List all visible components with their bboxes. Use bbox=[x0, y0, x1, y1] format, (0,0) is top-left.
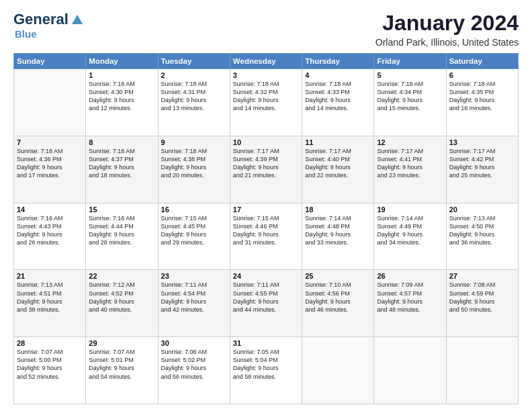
logo: General Blue bbox=[13, 11, 83, 40]
day-info: Sunrise: 7:18 AM Sunset: 4:38 PM Dayligh… bbox=[161, 147, 227, 180]
calendar-cell: 2Sunrise: 7:18 AM Sunset: 4:31 PM Daylig… bbox=[158, 69, 230, 136]
day-number: 11 bbox=[305, 138, 371, 146]
day-info: Sunrise: 7:18 AM Sunset: 4:34 PM Dayligh… bbox=[377, 80, 443, 113]
day-info: Sunrise: 7:17 AM Sunset: 4:42 PM Dayligh… bbox=[449, 147, 515, 180]
calendar-cell: 26Sunrise: 7:09 AM Sunset: 4:57 PM Dayli… bbox=[374, 270, 446, 337]
day-number: 1 bbox=[89, 71, 154, 79]
calendar-cell: 14Sunrise: 7:16 AM Sunset: 4:43 PM Dayli… bbox=[14, 203, 86, 270]
day-number: 14 bbox=[17, 205, 83, 214]
calendar-cell: 19Sunrise: 7:14 AM Sunset: 4:49 PM Dayli… bbox=[374, 203, 446, 270]
day-info: Sunrise: 7:18 AM Sunset: 4:36 PM Dayligh… bbox=[17, 147, 83, 180]
day-info: Sunrise: 7:09 AM Sunset: 4:57 PM Dayligh… bbox=[377, 281, 443, 314]
calendar-cell: 9Sunrise: 7:18 AM Sunset: 4:38 PM Daylig… bbox=[158, 136, 230, 203]
day-info: Sunrise: 7:17 AM Sunset: 4:40 PM Dayligh… bbox=[305, 147, 371, 180]
day-info: Sunrise: 7:15 AM Sunset: 4:46 PM Dayligh… bbox=[233, 214, 299, 247]
day-number: 3 bbox=[233, 71, 299, 79]
day-info: Sunrise: 7:13 AM Sunset: 4:51 PM Dayligh… bbox=[17, 281, 83, 314]
day-number: 5 bbox=[377, 71, 443, 79]
day-info: Sunrise: 7:10 AM Sunset: 4:56 PM Dayligh… bbox=[305, 281, 371, 314]
day-info: Sunrise: 7:05 AM Sunset: 5:04 PM Dayligh… bbox=[233, 348, 299, 381]
day-number: 19 bbox=[377, 205, 443, 214]
calendar-cell: 4Sunrise: 7:18 AM Sunset: 4:33 PM Daylig… bbox=[302, 69, 374, 136]
day-info: Sunrise: 7:17 AM Sunset: 4:41 PM Dayligh… bbox=[377, 147, 443, 180]
day-number: 25 bbox=[305, 272, 371, 280]
day-header-wednesday: Wednesday bbox=[230, 54, 302, 69]
calendar-cell: 16Sunrise: 7:15 AM Sunset: 4:45 PM Dayli… bbox=[158, 203, 230, 270]
day-number: 10 bbox=[233, 138, 299, 146]
calendar-cell: 3Sunrise: 7:18 AM Sunset: 4:32 PM Daylig… bbox=[230, 69, 302, 136]
day-info: Sunrise: 7:11 AM Sunset: 4:55 PM Dayligh… bbox=[233, 281, 299, 314]
calendar-cell: 25Sunrise: 7:10 AM Sunset: 4:56 PM Dayli… bbox=[302, 270, 374, 337]
day-number: 17 bbox=[233, 205, 299, 214]
day-info: Sunrise: 7:18 AM Sunset: 4:31 PM Dayligh… bbox=[161, 80, 227, 113]
day-header-friday: Friday bbox=[374, 54, 446, 69]
day-number: 23 bbox=[161, 272, 227, 280]
day-info: Sunrise: 7:15 AM Sunset: 4:45 PM Dayligh… bbox=[161, 214, 227, 247]
calendar-cell: 8Sunrise: 7:18 AM Sunset: 4:37 PM Daylig… bbox=[86, 136, 158, 203]
calendar-cell: 28Sunrise: 7:07 AM Sunset: 5:00 PM Dayli… bbox=[14, 337, 86, 404]
day-number: 8 bbox=[89, 138, 154, 146]
logo-wrapper: General bbox=[13, 11, 83, 28]
day-header-tuesday: Tuesday bbox=[158, 54, 230, 69]
day-header-sunday: Sunday bbox=[14, 54, 86, 69]
week-row-5: 28Sunrise: 7:07 AM Sunset: 5:00 PM Dayli… bbox=[14, 337, 519, 404]
day-number: 2 bbox=[161, 71, 227, 79]
calendar-table: SundayMondayTuesdayWednesdayThursdayFrid… bbox=[13, 53, 519, 404]
calendar-header: SundayMondayTuesdayWednesdayThursdayFrid… bbox=[14, 54, 519, 69]
calendar-cell: 6Sunrise: 7:18 AM Sunset: 4:35 PM Daylig… bbox=[446, 69, 518, 136]
day-number: 31 bbox=[233, 339, 299, 347]
page: General Blue January 2024 Orland Park, I… bbox=[0, 0, 532, 411]
week-row-1: 1Sunrise: 7:18 AM Sunset: 4:30 PM Daylig… bbox=[14, 69, 519, 136]
calendar-body: 1Sunrise: 7:18 AM Sunset: 4:30 PM Daylig… bbox=[14, 69, 519, 404]
calendar-cell: 30Sunrise: 7:06 AM Sunset: 5:02 PM Dayli… bbox=[158, 337, 230, 404]
day-header-row: SundayMondayTuesdayWednesdayThursdayFrid… bbox=[14, 54, 519, 69]
day-header-saturday: Saturday bbox=[446, 54, 518, 69]
day-info: Sunrise: 7:18 AM Sunset: 4:35 PM Dayligh… bbox=[449, 80, 515, 113]
day-number: 18 bbox=[305, 205, 371, 214]
calendar-cell: 12Sunrise: 7:17 AM Sunset: 4:41 PM Dayli… bbox=[374, 136, 446, 203]
calendar-cell: 18Sunrise: 7:14 AM Sunset: 4:48 PM Dayli… bbox=[302, 203, 374, 270]
day-info: Sunrise: 7:18 AM Sunset: 4:37 PM Dayligh… bbox=[89, 147, 154, 180]
day-number: 16 bbox=[161, 205, 227, 214]
calendar-cell: 7Sunrise: 7:18 AM Sunset: 4:36 PM Daylig… bbox=[14, 136, 86, 203]
logo-blue-text: Blue bbox=[15, 28, 37, 40]
day-info: Sunrise: 7:08 AM Sunset: 4:59 PM Dayligh… bbox=[449, 281, 515, 314]
calendar-cell: 20Sunrise: 7:13 AM Sunset: 4:50 PM Dayli… bbox=[446, 203, 518, 270]
day-info: Sunrise: 7:07 AM Sunset: 5:01 PM Dayligh… bbox=[89, 348, 154, 381]
calendar-cell bbox=[302, 337, 374, 404]
calendar-cell: 29Sunrise: 7:07 AM Sunset: 5:01 PM Dayli… bbox=[86, 337, 158, 404]
day-info: Sunrise: 7:18 AM Sunset: 4:30 PM Dayligh… bbox=[89, 80, 154, 113]
calendar-cell: 10Sunrise: 7:17 AM Sunset: 4:39 PM Dayli… bbox=[230, 136, 302, 203]
day-info: Sunrise: 7:18 AM Sunset: 4:32 PM Dayligh… bbox=[233, 80, 299, 113]
day-info: Sunrise: 7:14 AM Sunset: 4:48 PM Dayligh… bbox=[305, 214, 371, 247]
calendar-cell: 1Sunrise: 7:18 AM Sunset: 4:30 PM Daylig… bbox=[86, 69, 158, 136]
main-title: January 2024 bbox=[375, 11, 519, 36]
day-info: Sunrise: 7:13 AM Sunset: 4:50 PM Dayligh… bbox=[449, 214, 515, 247]
day-info: Sunrise: 7:17 AM Sunset: 4:39 PM Dayligh… bbox=[233, 147, 299, 180]
day-number: 7 bbox=[17, 138, 83, 146]
title-block: January 2024 Orland Park, Illinois, Unit… bbox=[375, 11, 519, 48]
day-info: Sunrise: 7:12 AM Sunset: 4:52 PM Dayligh… bbox=[89, 281, 154, 314]
calendar-cell: 17Sunrise: 7:15 AM Sunset: 4:46 PM Dayli… bbox=[230, 203, 302, 270]
week-row-2: 7Sunrise: 7:18 AM Sunset: 4:36 PM Daylig… bbox=[14, 136, 519, 203]
calendar-cell: 15Sunrise: 7:16 AM Sunset: 4:44 PM Dayli… bbox=[86, 203, 158, 270]
day-info: Sunrise: 7:16 AM Sunset: 4:43 PM Dayligh… bbox=[17, 214, 83, 247]
calendar-cell: 24Sunrise: 7:11 AM Sunset: 4:55 PM Dayli… bbox=[230, 270, 302, 337]
day-number: 22 bbox=[89, 272, 154, 280]
calendar-cell: 13Sunrise: 7:17 AM Sunset: 4:42 PM Dayli… bbox=[446, 136, 518, 203]
day-number: 4 bbox=[305, 71, 371, 79]
svg-marker-0 bbox=[72, 15, 83, 24]
day-number: 9 bbox=[161, 138, 227, 146]
calendar-cell bbox=[14, 69, 86, 136]
subtitle: Orland Park, Illinois, United States bbox=[375, 37, 519, 48]
day-info: Sunrise: 7:06 AM Sunset: 5:02 PM Dayligh… bbox=[161, 348, 227, 381]
day-number: 15 bbox=[89, 205, 154, 214]
day-info: Sunrise: 7:14 AM Sunset: 4:49 PM Dayligh… bbox=[377, 214, 443, 247]
day-number: 28 bbox=[17, 339, 83, 347]
day-number: 13 bbox=[449, 138, 515, 146]
day-header-monday: Monday bbox=[86, 54, 158, 69]
day-info: Sunrise: 7:18 AM Sunset: 4:33 PM Dayligh… bbox=[305, 80, 371, 113]
day-number: 12 bbox=[377, 138, 443, 146]
calendar-cell: 11Sunrise: 7:17 AM Sunset: 4:40 PM Dayli… bbox=[302, 136, 374, 203]
calendar-cell: 5Sunrise: 7:18 AM Sunset: 4:34 PM Daylig… bbox=[374, 69, 446, 136]
